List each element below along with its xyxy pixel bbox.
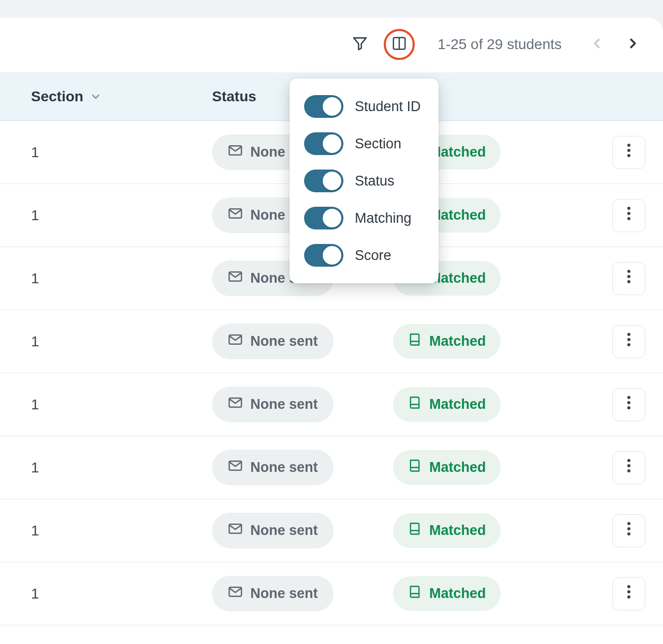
more-vertical-icon [627,205,631,225]
svg-point-13 [627,275,630,278]
table-row: 1 None sent Matched [0,310,663,373]
filter-button[interactable] [348,32,372,57]
more-vertical-icon [627,394,631,415]
toggle-label: Student ID [355,99,421,115]
matching-cell: Matched [393,450,645,485]
table-row: 1 None sent Matched [0,562,663,625]
toggle-switch[interactable] [304,207,343,229]
toggle-label: Status [355,173,395,189]
section-value: 1 [31,586,212,602]
row-actions-button[interactable] [612,577,645,610]
columns-button[interactable] [384,29,415,60]
toolbar: 1-25 of 29 students [0,18,663,72]
matched-badge[interactable]: Matched [393,450,501,485]
column-toggle-row[interactable]: Section [290,125,439,162]
column-header-label: Section [31,88,83,105]
status-pill[interactable]: None sent [212,324,334,359]
svg-point-29 [627,527,630,530]
column-toggle-row[interactable]: Student ID [290,88,439,125]
svg-point-6 [627,154,630,157]
students-panel: 1-25 of 29 students Section [0,18,663,644]
toggle-switch[interactable] [304,244,343,267]
svg-point-30 [627,532,630,535]
more-vertical-icon [627,457,631,478]
status-pill[interactable]: None sent [212,576,334,611]
more-vertical-icon [627,142,631,162]
section-value: 1 [31,396,212,413]
chevron-down-icon [89,90,102,103]
toggle-label: Score [355,248,391,264]
matched-label: Matched [429,523,486,539]
column-toggle-row[interactable]: Matching [290,200,439,237]
section-value: 1 [31,523,212,539]
table-row: 1 None sent Matched [0,499,663,562]
status-cell: None sent [212,324,393,359]
row-actions-button[interactable] [612,514,645,547]
table-row: 1 None sent Matched [0,436,663,499]
svg-point-14 [627,280,630,283]
status-cell: None sent [212,576,393,611]
svg-point-20 [627,396,630,399]
matched-label: Matched [429,396,486,412]
toggle-switch[interactable] [304,132,343,155]
svg-point-18 [627,343,630,346]
matching-cell: Matched [393,387,645,422]
row-actions-button[interactable] [612,388,645,421]
filter-icon [352,35,368,54]
toggle-knob [323,134,341,153]
matched-badge[interactable]: Matched [393,387,501,422]
matched-badge[interactable]: Matched [393,513,501,548]
status-label: None sent [250,333,318,349]
more-vertical-icon [627,331,631,351]
status-pill[interactable]: None sent [212,450,334,485]
mail-icon [228,332,243,351]
matched-badge[interactable]: Matched [393,576,501,611]
status-label: None sent [250,523,318,539]
section-value: 1 [31,459,212,476]
svg-point-17 [627,338,630,341]
column-toggle-row[interactable]: Status [290,162,439,200]
status-pill[interactable]: None sent [212,513,334,548]
status-label: None sent [250,586,318,602]
matched-badge[interactable]: Matched [393,324,501,359]
row-actions-button[interactable] [612,451,645,484]
book-icon [408,332,422,350]
book-icon [408,585,422,603]
row-actions-button[interactable] [612,199,645,232]
svg-point-5 [627,149,630,152]
row-actions-button[interactable] [612,136,645,169]
column-header-section[interactable]: Section [31,88,212,105]
prev-page-button[interactable] [584,32,609,57]
toggle-switch[interactable] [304,95,343,118]
mail-icon [228,143,243,162]
matching-cell: Matched [393,324,645,359]
status-label: None sent [250,459,318,476]
status-pill[interactable]: None sent [212,387,334,422]
svg-point-4 [627,144,630,147]
matched-label: Matched [429,459,486,476]
toggle-switch[interactable] [304,170,343,192]
svg-point-25 [627,464,630,467]
matched-label: Matched [429,586,486,602]
more-vertical-icon [627,268,631,288]
svg-point-33 [627,590,630,593]
toggle-label: Matching [355,210,412,226]
more-vertical-icon [627,584,631,604]
columns-popover: Student IDSectionStatusMatchingScore [290,79,439,283]
table-row: 1 None sent Matched [0,373,663,436]
row-actions-button[interactable] [612,262,645,295]
chevron-left-icon [589,36,605,53]
svg-point-28 [627,522,630,525]
mail-icon [228,458,243,477]
svg-point-8 [627,207,630,210]
svg-point-32 [627,585,630,588]
next-page-button[interactable] [621,32,645,57]
book-icon [408,522,422,540]
row-actions-button[interactable] [612,325,645,358]
svg-point-34 [627,595,630,599]
column-toggle-row[interactable]: Score [290,237,439,274]
book-icon [408,395,422,413]
mail-icon [228,269,243,288]
svg-point-24 [627,459,630,462]
toggle-knob [323,97,341,116]
